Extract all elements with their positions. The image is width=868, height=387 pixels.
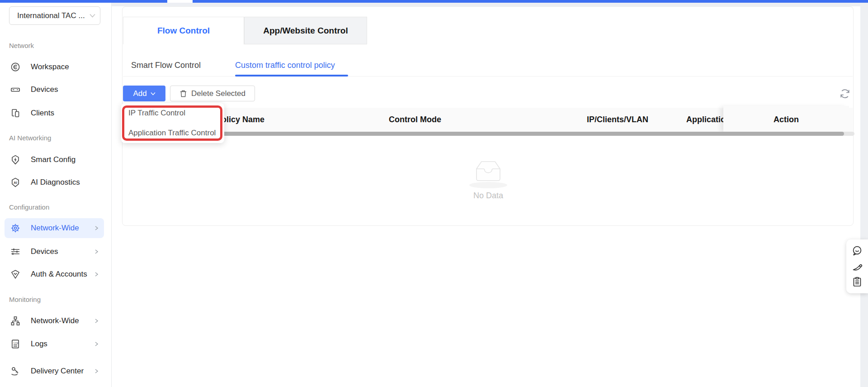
logs-icon: Log [10, 339, 21, 349]
sidebar-item-label: Smart Config [31, 155, 99, 164]
svg-text:Log: Log [14, 341, 18, 344]
trash-icon [179, 90, 187, 98]
sidebar-item-clients[interactable]: Clients [5, 103, 104, 123]
column-header-ip-clients-vlan: IP/Clients/VLAN [587, 108, 648, 132]
add-dropdown-menu: IP Traffic Control Application Traffic C… [121, 103, 224, 143]
org-selector-label: International TAC ... [17, 11, 90, 20]
sidebar-item-ai-diagnostics[interactable]: AI AI Diagnostics [5, 172, 104, 192]
section-label-network: Network [9, 42, 34, 49]
tab-app-website-control[interactable]: App/Website Control [244, 17, 367, 44]
action-column-label: Action [774, 115, 799, 124]
topology-icon [10, 315, 21, 326]
svg-text:AI: AI [14, 181, 17, 185]
write-feedback-icon[interactable] [851, 260, 863, 272]
sidebar-item-label: Workspace [31, 62, 99, 72]
sidebar-item-devices[interactable]: Devices [5, 80, 104, 100]
sidebar-item-network-wide-config[interactable]: Network-Wide [5, 218, 104, 238]
table-empty-state: No Data [448, 158, 529, 201]
org-selector[interactable]: International TAC ... [9, 6, 100, 25]
subtab-custom-traffic-policy[interactable]: Custom traffic control policy [235, 59, 335, 71]
sidebar: International TAC ... Network Workspace … [0, 3, 112, 387]
chevron-right-icon [93, 318, 99, 324]
column-header-control-mode: Control Mode [389, 108, 441, 132]
chevron-down-icon [151, 92, 156, 96]
column-header-action: Action [723, 106, 849, 133]
top-bar [0, 0, 868, 3]
sidebar-item-label: Network-Wide [31, 316, 93, 325]
section-label-monitoring: Monitoring [9, 296, 41, 303]
sidebar-item-auth-accounts[interactable]: Auth & Accounts [5, 264, 104, 284]
subtab-smart-flow-control[interactable]: Smart Flow Control [131, 59, 201, 71]
top-bar-active-tab-gap [167, 0, 193, 3]
refresh-icon[interactable] [839, 88, 851, 100]
chevron-right-icon [93, 248, 99, 255]
tab-label: Flow Control [157, 26, 210, 36]
sidebar-item-logs[interactable]: Log Logs [5, 334, 104, 354]
device-icon [10, 84, 21, 95]
key-hand-icon [10, 366, 21, 377]
delete-button-label: Delete Selected [191, 89, 245, 98]
tab-label: App/Website Control [263, 26, 348, 36]
chevron-right-icon [93, 341, 99, 347]
page-scrollbar-track[interactable] [860, 3, 868, 387]
sidebar-item-label: Logs [31, 339, 93, 349]
sidebar-item-label: Devices [31, 85, 99, 94]
subtab-label: Custom traffic control policy [235, 61, 335, 70]
screen: International TAC ... Network Workspace … [0, 0, 868, 387]
menu-item-ip-traffic-control[interactable]: IP Traffic Control [121, 103, 224, 123]
sidebar-item-label: Delivery Center [31, 367, 93, 376]
subtab-divider [123, 76, 853, 76]
sidebar-item-label: Network-Wide [31, 224, 93, 233]
content-top-strip [112, 3, 868, 6]
subtab-label: Smart Flow Control [131, 61, 201, 70]
menu-item-application-traffic-control[interactable]: Application Traffic Control [121, 123, 224, 143]
add-button-label: Add [133, 89, 146, 98]
sidebar-item-smart-config[interactable]: Smart Config [5, 150, 104, 170]
shield-icon [10, 269, 21, 280]
sidebar-item-label: Auth & Accounts [31, 270, 93, 279]
tab-flow-control[interactable]: Flow Control [123, 17, 244, 44]
smart-config-icon [10, 154, 21, 165]
add-button[interactable]: Add [123, 86, 165, 101]
empty-icon-shadow [469, 182, 507, 188]
sidebar-item-label: AI Diagnostics [31, 178, 99, 187]
section-label-ai-networking: AI Networking [9, 134, 51, 142]
floating-tools-panel [846, 239, 868, 293]
workspace-icon [10, 62, 21, 72]
subtab-active-underline [235, 75, 348, 76]
sidebar-item-network-wide-monitoring[interactable]: Network-Wide [5, 311, 104, 331]
clients-icon [10, 108, 21, 119]
chevron-right-icon [93, 271, 99, 277]
chevron-right-icon [93, 225, 99, 231]
chevron-down-icon [90, 14, 95, 18]
chevron-right-icon [93, 368, 99, 374]
ai-diagnostics-icon: AI [10, 177, 21, 188]
table-scrollbar-track[interactable] [123, 132, 854, 136]
table-scrollbar-thumb[interactable] [123, 132, 844, 136]
section-label-configuration: Configuration [9, 203, 49, 211]
sidebar-item-workspace[interactable]: Workspace [5, 57, 104, 77]
clipboard-list-icon[interactable] [851, 276, 863, 288]
gear-icon [10, 223, 21, 234]
sidebar-item-label: Clients [31, 109, 99, 118]
chat-support-icon[interactable] [851, 245, 863, 257]
empty-state-text: No Data [448, 191, 529, 201]
empty-box-icon [472, 158, 505, 183]
delete-selected-button[interactable]: Delete Selected [170, 86, 255, 101]
sliders-icon [10, 246, 21, 257]
sidebar-item-devices-config[interactable]: Devices [5, 242, 104, 262]
sidebar-item-label: Devices [31, 247, 93, 256]
sidebar-item-delivery-center[interactable]: Delivery Center [5, 361, 104, 381]
